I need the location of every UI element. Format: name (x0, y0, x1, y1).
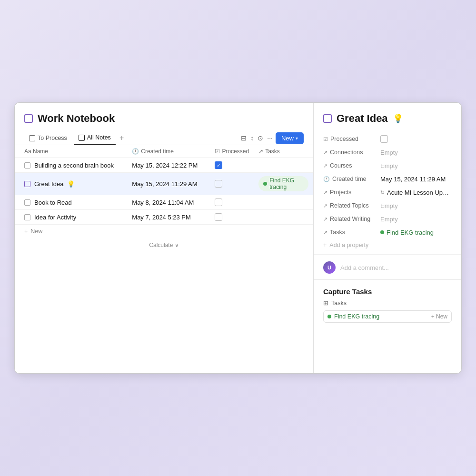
table-row[interactable]: Book to Read May 8, 2024 11:04 AM (15, 195, 313, 210)
table-row[interactable]: Great Idea 💡 May 15, 2024 11:29 AM (15, 173, 313, 195)
new-button-label: New (281, 135, 294, 142)
related-topics-label: Related Topics (330, 202, 369, 209)
related-topics-value: Empty (380, 202, 398, 209)
notebook-icon (24, 114, 33, 123)
row2-task-badge: Find EKG tracing (258, 176, 308, 191)
projects-value: ↻ Acute MI Lesson Update (380, 189, 452, 196)
row2-emoji: 💡 (67, 180, 75, 188)
tasks-prop-icon: ↗ (323, 229, 327, 236)
capture-subtitle-label: Tasks (331, 300, 347, 307)
col-processed: ☑ Processed (210, 145, 254, 158)
row2-name: Great Idea (34, 180, 63, 188)
connections-icon: ↗ (323, 149, 327, 156)
row4-created: May 7, 2024 5:23 PM (127, 210, 210, 225)
related-topics-icon: ↗ (323, 203, 327, 209)
prop-related-writing: ↗ Related Writing Empty (314, 212, 461, 226)
related-writing-label: Related Writing (330, 216, 370, 222)
calculate-label: Calculate ∨ (149, 242, 178, 248)
tabs-row: To Process All Notes + ⊟ ↕ ⊙ ··· New ▾ (15, 131, 313, 145)
bulb-icon: 💡 (393, 113, 403, 124)
grid-icon: ⊞ (323, 299, 328, 307)
row3-processed (210, 195, 254, 210)
created-time-label: Created time (332, 176, 367, 182)
new-button-chevron: ▾ (296, 136, 298, 141)
new-button[interactable]: New ▾ (276, 132, 304, 144)
more-icon[interactable]: ··· (266, 133, 274, 143)
left-panel-header: Work Notebook (15, 112, 313, 131)
notes-table: Aa Name 🕐 Created time ☑ (15, 145, 313, 225)
prop-created-time: 🕐 Created time May 15, 2024 11:29 AM (314, 172, 461, 186)
created-time-value: May 15, 2024 11:29 AM (380, 176, 446, 183)
processed-icon: ☑ (323, 136, 328, 142)
row1-created: May 15, 2024 12:22 PM (127, 158, 210, 173)
right-panel: Great Idea 💡 ☑ Processed ↗ Connections E… (314, 103, 461, 373)
row3-created: May 8, 2024 11:04 AM (127, 195, 210, 210)
tasks-prop-label: Tasks (330, 229, 345, 236)
row1-processed: ✓ (210, 158, 254, 173)
projects-refresh-icon: ↻ (380, 189, 385, 196)
tab-to-process-label: To Process (38, 135, 67, 141)
col-created: 🕐 Created time (127, 145, 210, 158)
processed-col-label: Processed (222, 148, 249, 155)
calculate-row[interactable]: Calculate ∨ (15, 238, 313, 252)
sort-icon[interactable]: ↕ (249, 133, 255, 143)
row4-name: Idea for Activity (34, 214, 76, 221)
tab-add-button[interactable]: + (118, 134, 126, 142)
row2-task-label: Find EKG tracing (269, 177, 304, 190)
comment-row: U Add a comment... (314, 258, 461, 278)
search-icon[interactable]: ⊙ (257, 133, 264, 143)
processed-checkbox[interactable] (380, 135, 388, 143)
capture-task-label: Find EKG tracing (334, 313, 379, 320)
tab-to-process[interactable]: To Process (24, 132, 72, 144)
row1-name-cell: Building a second brain book (15, 158, 127, 173)
add-new-row[interactable]: + New (15, 225, 313, 238)
capture-tasks-new-button[interactable]: + New (431, 313, 447, 320)
user-avatar: U (323, 261, 336, 274)
main-container: Work Notebook To Process All Notes + ⊟ ↕… (14, 102, 462, 374)
right-panel-title: Great Idea (337, 112, 388, 125)
section-divider (314, 279, 461, 280)
capture-task-item[interactable]: Find EKG tracing (327, 313, 379, 320)
table-row[interactable]: Idea for Activity May 7, 2024 5:23 PM (15, 210, 313, 225)
related-writing-value: Empty (380, 216, 398, 223)
row4-processed-unchecked[interactable] (215, 213, 222, 221)
right-panel-icon (323, 114, 332, 123)
add-property-row[interactable]: + Add a property (314, 239, 461, 251)
capture-tasks-section: Capture Tasks ⊞ Tasks Find EKG tracing +… (314, 282, 461, 328)
row1-sq-icon (24, 162, 30, 169)
tab-all-notes-label: All Notes (87, 134, 111, 141)
row2-created: May 15, 2024 11:29 AM (127, 173, 210, 195)
processed-label: Processed (330, 136, 358, 142)
tab-all-notes[interactable]: All Notes (74, 131, 116, 145)
left-panel-title: Work Notebook (38, 112, 115, 125)
row1-processed-checked[interactable]: ✓ (215, 161, 222, 169)
capture-task-dot (327, 315, 331, 318)
row2-processed-unchecked[interactable] (215, 180, 222, 188)
row4-task (254, 210, 313, 225)
processed-col-icon: ☑ (215, 148, 220, 155)
task-green-dot (380, 230, 384, 234)
projects-icon: ↗ (323, 189, 327, 196)
row4-name-cell: Idea for Activity (15, 210, 127, 225)
all-notes-checkbox-icon (79, 135, 85, 141)
col-tasks: ↗ Tasks (254, 145, 313, 158)
col-name: Aa Name (15, 145, 127, 158)
related-writing-icon: ↗ (323, 216, 327, 222)
tasks-prop-value: Find EKG tracing (380, 229, 434, 236)
prop-courses: ↗ Courses Empty (314, 159, 461, 172)
row3-sq-icon (24, 199, 30, 206)
filter-icon[interactable]: ⊟ (240, 133, 248, 143)
row3-name-cell: Book to Read (15, 195, 127, 210)
row3-task (254, 195, 313, 210)
prop-tasks: ↗ Tasks Find EKG tracing (314, 226, 461, 239)
capture-tasks-title: Capture Tasks (323, 288, 452, 296)
row3-processed-unchecked[interactable] (215, 198, 222, 206)
comment-placeholder[interactable]: Add a comment... (340, 264, 452, 271)
plus-icon: + (323, 242, 327, 248)
prop-connections: ↗ Connections Empty (314, 146, 461, 159)
row2-task: Find EKG tracing (254, 173, 313, 195)
table-row[interactable]: Building a second brain book May 15, 202… (15, 158, 313, 173)
to-process-checkbox-icon (29, 135, 35, 141)
row1-name: Building a second brain book (34, 162, 114, 169)
right-panel-header: Great Idea 💡 (314, 112, 461, 132)
